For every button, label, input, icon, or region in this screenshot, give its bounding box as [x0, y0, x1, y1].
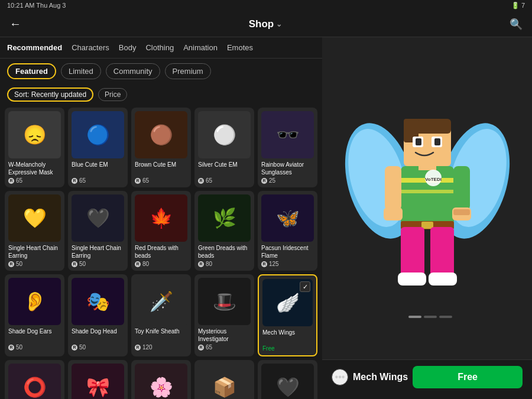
item-price: R120: [135, 344, 187, 351]
search-icon[interactable]: 🔍: [510, 18, 523, 31]
robux-icon: R: [72, 345, 77, 351]
item-emoji: 🗡️: [150, 290, 173, 313]
item-card[interactable]: 🪽 ✓ Mech Wings Free: [258, 274, 317, 356]
item-price: R65: [8, 177, 61, 184]
svg-rect-30: [439, 316, 452, 318]
item-image: 🟤: [135, 111, 187, 158]
item-emoji: 🕶️: [276, 124, 300, 146]
item-card[interactable]: 🎩 Mysterious Investigator R65: [194, 274, 254, 356]
robux-icon: R: [198, 178, 204, 184]
item-emoji: 🪽: [276, 291, 300, 314]
item-name: Green Dreads with beads: [198, 244, 251, 259]
item-card[interactable]: 🌿 Green Dreads with beads R80: [194, 191, 254, 271]
category-item-clothing[interactable]: Clothing: [145, 42, 174, 53]
item-card[interactable]: 💛 Single Heart Chain Earring R50: [5, 191, 64, 271]
sort-button[interactable]: Sort: Recently updated: [7, 87, 93, 102]
item-emoji: 🎀: [86, 376, 110, 398]
item-card[interactable]: 🎭 Shade Dog Head R50: [68, 274, 128, 356]
item-name: Blue Cute EM: [72, 161, 124, 176]
more-options-button[interactable]: •••: [332, 369, 348, 385]
item-card[interactable]: 🗡️ Toy Knife Sheath R120: [131, 274, 191, 356]
robux-icon: R: [135, 261, 141, 267]
svg-rect-12: [416, 138, 421, 145]
svg-rect-25: [429, 273, 457, 286]
item-card[interactable]: 🍁 Red Dreads with beads R80: [131, 191, 191, 271]
item-card[interactable]: 🟤 Brown Cute EM R65: [131, 108, 191, 187]
robux-icon: R: [261, 261, 267, 267]
item-card[interactable]: 🕶️ Rainbow Aviator Sunglasses R25: [258, 108, 317, 187]
item-image: 😞: [8, 111, 61, 158]
item-name: Pacsun Iridescent Flame: [261, 244, 314, 259]
robux-icon: R: [8, 261, 14, 267]
robux-icon: R: [135, 345, 141, 351]
price-button[interactable]: Price: [98, 88, 127, 101]
item-name: Rainbow Aviator Sunglasses: [261, 161, 314, 176]
category-item-emotes[interactable]: Emotes: [227, 42, 253, 53]
item-image: 🎭: [72, 278, 124, 325]
item-name: W-Melancholy Expressive Mask: [8, 161, 61, 176]
sub-tab-premium[interactable]: Premium: [165, 63, 211, 79]
category-item-body[interactable]: Body: [119, 42, 137, 53]
svg-rect-17: [384, 207, 403, 220]
item-image: ⭕: [8, 364, 61, 399]
item-card[interactable]: 🖤 Single Heart Chain Earring R50: [68, 191, 128, 271]
robux-icon: R: [72, 178, 77, 184]
item-image: 🪽 ✓: [262, 279, 313, 326]
item-image: 🎩: [198, 278, 251, 325]
item-emoji: 🖤: [86, 207, 110, 229]
item-name: Red Dreads with beads: [135, 244, 187, 259]
item-price: R125: [261, 261, 314, 267]
item-card[interactable]: ⚪ Silver Cute EM R65: [194, 108, 254, 187]
get-item-button[interactable]: Free: [413, 366, 523, 388]
item-emoji: 🦋: [276, 207, 300, 229]
item-image: 🌸: [135, 364, 187, 399]
chevron-down-icon[interactable]: ⌄: [276, 20, 282, 28]
item-emoji: 👂: [23, 290, 47, 313]
item-image: 🍁: [135, 194, 187, 242]
svg-rect-15: [385, 166, 401, 210]
item-price: R80: [198, 261, 251, 267]
item-image: 🕶️: [261, 111, 314, 158]
item-image: 🖤: [261, 364, 314, 399]
svg-rect-21: [421, 222, 433, 229]
left-panel: RecommendedCharactersBodyClothingAnimati…: [0, 37, 322, 399]
item-card[interactable]: ⭕: [5, 360, 64, 399]
item-price: R50: [72, 344, 124, 351]
item-image: ⚪: [198, 111, 251, 158]
svg-rect-16: [453, 166, 470, 210]
back-button[interactable]: ←: [9, 17, 21, 31]
item-card[interactable]: 👂 Shade Dog Ears R50: [5, 274, 64, 356]
category-item-animation[interactable]: Animation: [183, 42, 218, 53]
item-card[interactable]: 🎀: [68, 360, 128, 399]
category-item-recommended[interactable]: Recommended: [7, 42, 62, 53]
svg-rect-23: [430, 227, 454, 277]
item-card[interactable]: 🖤: [258, 360, 317, 399]
items-grid-container[interactable]: 😞 W-Melancholy Expressive Mask R65 🔵 Blu…: [0, 105, 322, 399]
item-price: Free: [262, 345, 313, 352]
item-name: Shade Dog Ears: [8, 327, 61, 343]
item-card[interactable]: 🌸: [131, 360, 191, 399]
item-name: Mysterious Investigator: [198, 327, 251, 343]
item-price: R25: [261, 177, 314, 184]
item-card[interactable]: 🦋 Pacsun Iridescent Flame R125: [258, 191, 317, 271]
item-image: 📦: [198, 364, 251, 399]
item-emoji: 🟤: [150, 124, 173, 146]
sub-tab-featured[interactable]: Featured: [7, 63, 56, 79]
item-card[interactable]: 📦: [194, 360, 254, 399]
sub-tab-community[interactable]: Community: [106, 63, 160, 79]
item-card[interactable]: 🔵 Blue Cute EM R65: [68, 108, 128, 187]
svg-text:VoTEDI: VoTEDI: [425, 177, 442, 182]
svg-rect-29: [424, 316, 437, 318]
sub-tab-limited[interactable]: Limited: [61, 63, 101, 79]
item-emoji: 📦: [213, 376, 236, 398]
status-battery: 🔋 7: [511, 2, 525, 9]
item-price: R50: [8, 344, 61, 351]
item-emoji: 🎩: [213, 290, 236, 313]
robux-icon: R: [8, 178, 14, 184]
item-image: 🎀: [72, 364, 124, 399]
items-grid: 😞 W-Melancholy Expressive Mask R65 🔵 Blu…: [5, 108, 317, 399]
category-item-characters[interactable]: Characters: [72, 42, 109, 53]
svg-rect-22: [401, 227, 424, 277]
item-price: R50: [8, 261, 61, 267]
item-card[interactable]: 😞 W-Melancholy Expressive Mask R65: [5, 108, 64, 187]
